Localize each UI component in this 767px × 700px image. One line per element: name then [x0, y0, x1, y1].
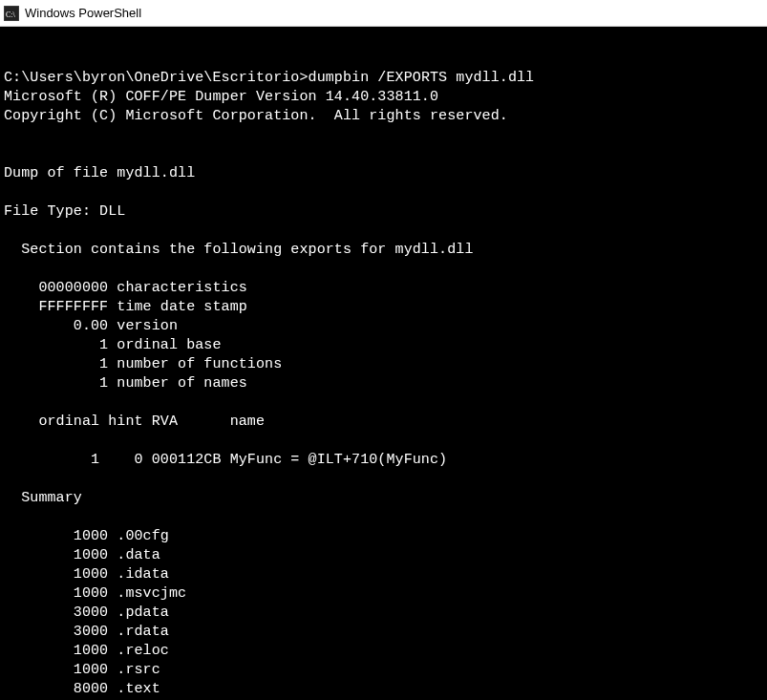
- meta-time-date-stamp: FFFFFFFF time date stamp: [4, 299, 247, 315]
- meta-characteristics: 00000000 characteristics: [4, 280, 247, 296]
- summary-row: 3000 .rdata: [4, 624, 169, 640]
- summary-label: Summary: [4, 490, 82, 506]
- summary-row: 1000 .rsrc: [4, 662, 160, 678]
- summary-row: 3000 .pdata: [4, 605, 169, 621]
- window-title: Windows PowerShell: [25, 6, 141, 20]
- export-table-header: ordinal hint RVA name: [4, 414, 265, 430]
- section-header: Section contains the following exports f…: [4, 242, 473, 258]
- prompt-path: C:\Users\byron\OneDrive\Escritorio>: [4, 70, 309, 86]
- prompt-command: dumpbin /EXPORTS mydll.dll: [309, 70, 535, 86]
- header-line-1: Microsoft (R) COFF/PE Dumper Version 14.…: [4, 89, 438, 105]
- svg-text:C:\: C:\: [6, 11, 16, 19]
- window-titlebar[interactable]: C:\ Windows PowerShell: [0, 0, 767, 27]
- summary-row: 1000 .00cfg: [4, 528, 169, 544]
- summary-row: 1000 .idata: [4, 566, 169, 583]
- meta-version: 0.00 version: [4, 318, 178, 334]
- summary-row: 8000 .text: [4, 681, 160, 697]
- header-line-2: Copyright (C) Microsoft Corporation. All…: [4, 108, 508, 124]
- summary-row: 1000 .msvcjmc: [4, 585, 186, 602]
- meta-ordinal-base: 1 ordinal base: [4, 337, 222, 353]
- terminal-output[interactable]: C:\Users\byron\OneDrive\Escritorio>dumpb…: [0, 27, 767, 700]
- summary-row: 1000 .reloc: [4, 643, 169, 659]
- file-type: File Type: DLL: [4, 203, 125, 220]
- meta-num-names: 1 number of names: [4, 375, 247, 392]
- meta-num-functions: 1 number of functions: [4, 356, 282, 372]
- summary-row: 1000 .data: [4, 547, 160, 563]
- export-row: 1 0 000112CB MyFunc = @ILT+710(MyFunc): [4, 452, 447, 468]
- dump-of-file: Dump of file mydll.dll: [4, 165, 195, 181]
- powershell-icon: C:\: [4, 6, 19, 21]
